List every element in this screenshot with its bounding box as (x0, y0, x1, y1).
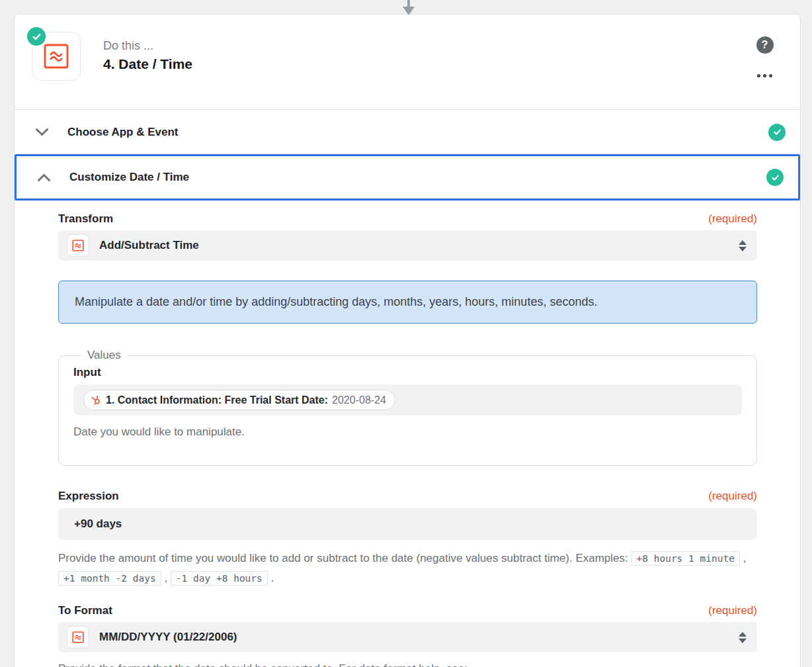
chevron-up-icon (36, 173, 51, 182)
input-token-field[interactable]: 1. Contact Information: Free Trial Start… (73, 384, 742, 416)
transform-info-text: Manipulate a date and/or time by adding/… (75, 295, 597, 308)
values-group: Values Input 1. Contact Information: Fre… (58, 349, 757, 466)
section-choose-app-event[interactable]: Choose App & Event (15, 110, 800, 154)
token-field-label: 1. Contact Information: Free Trial Start… (106, 394, 328, 406)
hubspot-icon (91, 395, 101, 406)
required-badge: (required) (708, 604, 757, 617)
input-label: Input (73, 366, 742, 379)
date-time-app-icon (32, 32, 81, 81)
expression-example-code: -1 day +8 hours (171, 571, 268, 586)
step-header: Do this ... 4. Date / Time ? (15, 15, 800, 109)
to-format-label: To Format (58, 604, 112, 617)
section-customize-date-time[interactable]: Customize Date / Time (15, 154, 800, 200)
section-complete-check-icon (766, 169, 784, 186)
flow-down-arrow-icon (403, 0, 415, 15)
date-time-waves-icon (67, 626, 89, 648)
transform-selected-value: Add/Subtract Time (99, 239, 199, 252)
select-arrows-icon (739, 240, 747, 251)
step-kicker: Do this ... (103, 39, 192, 53)
expression-input[interactable]: +90 days (58, 508, 757, 540)
to-format-select[interactable]: MM/DD/YYYY (01/22/2006) (58, 622, 757, 652)
values-legend: Values (81, 349, 127, 362)
expression-example-code: +1 month -2 days (58, 571, 161, 586)
transform-info-box: Manipulate a date and/or time by adding/… (58, 281, 757, 324)
mapped-field-token[interactable]: 1. Contact Information: Free Trial Start… (83, 390, 395, 410)
date-time-waves-icon (40, 40, 72, 72)
required-badge: (required) (708, 212, 757, 226)
more-options-icon[interactable] (756, 70, 774, 81)
customize-form: Transform (required) Add/Subtract Time M… (15, 200, 800, 667)
expression-help-text: Provide the amount of time you would lik… (58, 549, 757, 588)
token-field-value: 2020-08-24 (332, 394, 386, 406)
date-time-waves-icon (67, 234, 89, 257)
expression-example-code: +8 hours 1 minute (631, 551, 740, 566)
section-label: Customize Date / Time (69, 171, 189, 184)
required-badge: (required) (708, 490, 757, 503)
select-arrows-icon (739, 632, 747, 643)
expression-label: Expression (58, 490, 119, 503)
expression-value: +90 days (74, 517, 122, 531)
input-help-text: Date you would like to manipulate. (73, 425, 742, 439)
section-label: Choose App & Event (67, 126, 179, 139)
to-format-help-text: Provide the format that the date should … (58, 662, 757, 667)
step-complete-check-icon (25, 25, 48, 48)
section-complete-check-icon (768, 124, 786, 141)
step-card: Do this ... 4. Date / Time ? Choose App … (15, 15, 800, 667)
help-icon[interactable]: ? (756, 36, 774, 54)
step-title: 4. Date / Time (103, 56, 192, 72)
transform-select[interactable]: Add/Subtract Time (58, 230, 757, 261)
transform-label: Transform (58, 212, 113, 226)
chevron-down-icon (34, 128, 49, 136)
to-format-selected-value: MM/DD/YYYY (01/22/2006) (99, 631, 237, 644)
